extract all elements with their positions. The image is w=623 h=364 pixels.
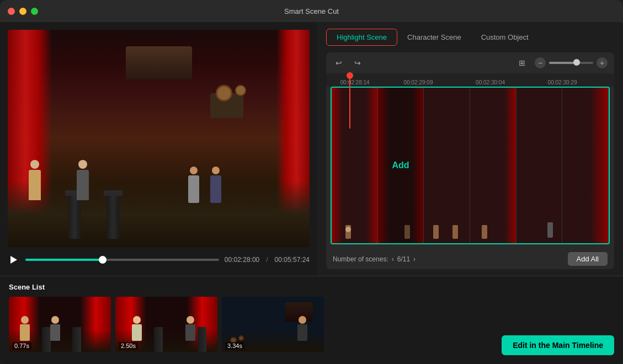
current-time: 00:02:28:00	[225, 256, 259, 264]
video-frame	[8, 30, 310, 247]
total-time: 00:05:57:24	[275, 256, 310, 264]
play-button[interactable]	[8, 254, 20, 266]
main-content: 00:02:28:00 / 00:05:57:24 Highlight Scen…	[0, 22, 623, 276]
scene-thumbnail-3[interactable]: 3.34s	[222, 297, 324, 352]
scene-thumbnail-2[interactable]: 2.50s	[115, 297, 217, 352]
tab-highlight[interactable]: Highlight Scene	[326, 29, 397, 46]
add-label: Add	[392, 160, 409, 170]
scene-thumbnail-1[interactable]: 0.77s	[9, 297, 111, 352]
timeline-ruler: 00:02:28:14 00:02:29:09 00:02:30:04 00:0…	[326, 73, 614, 87]
zoom-out-button[interactable]: −	[535, 57, 546, 68]
filmstrip: Add	[331, 87, 610, 244]
tab-character[interactable]: Character Scene	[397, 29, 471, 45]
window-controls	[8, 8, 38, 15]
app-title: Smart Scene Cut	[284, 7, 339, 15]
film-frame-4	[470, 88, 516, 243]
filmstrip-inner: Add	[332, 88, 609, 243]
minimize-button[interactable]	[19, 8, 26, 15]
ruler-marker-1: 00:02:28:14	[340, 79, 370, 85]
undo-icon[interactable]: ↩	[333, 57, 345, 69]
tab-custom[interactable]: Custom Object	[471, 29, 539, 45]
add-clip-icon[interactable]: ⊞	[516, 57, 528, 69]
scenes-label: Number of scenes:	[333, 255, 388, 263]
play-icon	[10, 256, 17, 264]
next-scene-arrow[interactable]: ›	[413, 255, 416, 263]
ruler-marker-2: 00:02:29:09	[404, 79, 433, 85]
video-preview	[8, 30, 310, 247]
film-frame-1	[332, 88, 378, 243]
ruler-marker-4: 00:02:30:29	[548, 79, 577, 85]
scenes-count: Number of scenes: ‹ 6/11 ›	[333, 255, 416, 263]
scene-duration-2: 2.50s	[119, 342, 138, 350]
timeline-footer: Number of scenes: ‹ 6/11 › Add All	[326, 249, 614, 269]
maximize-button[interactable]	[31, 8, 38, 15]
right-panel: Highlight Scene Character Scene Custom O…	[317, 22, 623, 276]
film-frame-6	[562, 88, 609, 243]
zoom-in-button[interactable]: +	[597, 57, 608, 68]
film-frame-2[interactable]: Add	[378, 88, 424, 243]
zoom-controls: − +	[535, 57, 608, 68]
timeline-toolbar: ↩ ↪ ⊞ − +	[326, 52, 614, 73]
scene-list-title: Scene List	[9, 283, 614, 291]
video-panel: 00:02:28:00 / 00:05:57:24	[0, 22, 317, 276]
redo-icon[interactable]: ↪	[352, 57, 364, 69]
progress-thumb[interactable]	[99, 256, 107, 264]
ruler-marker-3: 00:02:30:04	[476, 79, 505, 85]
playhead[interactable]	[349, 73, 350, 129]
titlebar: Smart Scene Cut	[0, 0, 623, 22]
close-button[interactable]	[8, 8, 15, 15]
scenes-fraction: 6/11	[397, 255, 410, 263]
zoom-slider[interactable]	[549, 62, 593, 64]
action-bar: Edit in the Main Timeline	[502, 335, 614, 355]
prev-scene-arrow[interactable]: ‹	[392, 255, 394, 263]
scene-duration-1: 0.77s	[12, 342, 31, 350]
film-frame-3	[424, 88, 470, 243]
edit-timeline-button[interactable]: Edit in the Main Timeline	[502, 335, 614, 355]
film-frame-5	[516, 88, 563, 243]
add-all-button[interactable]: Add All	[568, 252, 608, 266]
progress-bar[interactable]	[25, 259, 219, 261]
playhead-head	[347, 72, 353, 79]
timeline-area: ↩ ↪ ⊞ − +	[326, 52, 614, 269]
scene-duration-3: 3.34s	[225, 342, 244, 350]
video-controls: 00:02:28:00 / 00:05:57:24	[8, 251, 310, 268]
tabs: Highlight Scene Character Scene Custom O…	[326, 29, 614, 46]
